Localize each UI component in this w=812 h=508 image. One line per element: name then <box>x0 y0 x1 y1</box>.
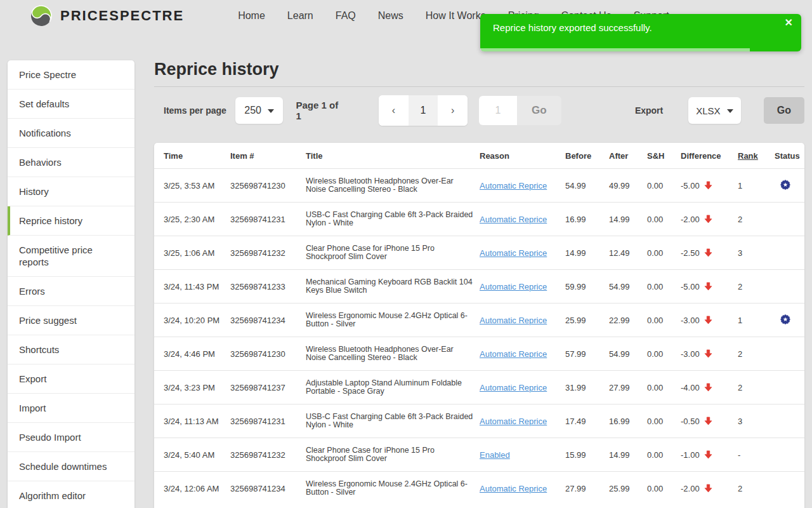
brand-logo[interactable]: PriceSpectre <box>30 5 184 27</box>
cell-before: 16.99 <box>565 215 609 224</box>
cell-time: 3/24, 11:13 AM <box>164 417 230 426</box>
sidebar-item-reprice-history[interactable]: Reprice history <box>8 206 134 236</box>
difference-value: -0.50 <box>681 417 700 426</box>
cell-shipping: 0.00 <box>647 484 681 493</box>
cell-difference: -5.00 <box>681 282 738 291</box>
table-row: 3/25, 3:53 AM325698741230Wireless Blueto… <box>154 168 804 202</box>
close-icon[interactable]: ✕ <box>785 17 793 29</box>
cell-after: 14.99 <box>609 450 647 460</box>
cell-difference: -3.00 <box>681 349 738 359</box>
cell-item-number: 325698741230 <box>230 181 306 190</box>
cell-item-number: 325698741234 <box>230 316 306 325</box>
cell-before: 15.99 <box>565 450 609 460</box>
sidebar-item-set-defaults[interactable]: Set defaults <box>8 90 134 119</box>
cell-difference: -5.00 <box>681 181 738 190</box>
reason-link[interactable]: Automatic Reprice <box>480 484 547 493</box>
main-content: Reprice history Items per page 250 Page … <box>154 60 804 508</box>
cell-shipping: 0.00 <box>647 450 681 460</box>
cell-title: Adjustable Laptop Stand Aluminum Foldabl… <box>306 379 480 396</box>
reason-link[interactable]: Automatic Reprice <box>480 248 547 258</box>
cell-rank: - <box>738 450 775 460</box>
reason-link[interactable]: Automatic Reprice <box>480 349 547 359</box>
toast-notification: Reprice history exported successfully. ✕ <box>480 14 801 51</box>
current-page-button[interactable]: 1 <box>409 95 438 126</box>
cell-after: 16.99 <box>609 417 647 426</box>
nav-link-home[interactable]: Home <box>238 10 265 22</box>
cell-item-number: 325698741230 <box>230 349 306 359</box>
next-page-button[interactable]: › <box>438 95 468 126</box>
cell-shipping: 0.00 <box>647 215 681 224</box>
column-header-rank[interactable]: Rank <box>738 151 775 161</box>
sidebar-item-schedule-downtimes[interactable]: Schedule downtimes <box>8 452 134 481</box>
cell-before: 14.99 <box>565 248 609 258</box>
cell-reason: Automatic Reprice <box>480 248 565 258</box>
sidebar-item-pseudo-import[interactable]: Pseudo Import <box>8 423 134 452</box>
winner-badge-icon <box>780 179 791 190</box>
reason-link[interactable]: Automatic Reprice <box>480 181 547 190</box>
cell-shipping: 0.00 <box>647 181 681 190</box>
cell-reason: Automatic Reprice <box>480 484 565 493</box>
export-go-button[interactable]: Go <box>764 97 804 124</box>
cell-rank: 3 <box>738 248 775 258</box>
cell-reason: Automatic Reprice <box>480 181 565 190</box>
nav-link-news[interactable]: News <box>378 10 403 22</box>
cell-item-number: 325698741234 <box>230 484 306 493</box>
cell-title: Clear Phone Case for iPhone 15 Pro Shock… <box>306 446 480 464</box>
difference-value: -3.00 <box>681 316 700 325</box>
cell-item-number: 325698741232 <box>230 450 306 460</box>
reason-link[interactable]: Automatic Reprice <box>480 383 547 392</box>
column-header-item: Item # <box>230 151 306 161</box>
table-row: 3/24, 4:46 PM325698741230Wireless Blueto… <box>154 337 804 370</box>
sidebar-item-errors[interactable]: Errors <box>8 277 134 306</box>
sidebar-item-price-suggest[interactable]: Price suggest <box>8 306 134 335</box>
sidebar-item-algorithm-editor[interactable]: Algorithm editor <box>8 481 134 508</box>
items-per-page-select[interactable]: 250 <box>235 97 284 124</box>
sidebar-item-competitive-price-reports[interactable]: Competitive price reports <box>8 236 134 277</box>
sidebar-item-price-spectre[interactable]: Price Spectre <box>8 60 134 90</box>
cell-status <box>775 314 804 327</box>
reason-link[interactable]: Automatic Reprice <box>480 417 547 426</box>
difference-value: -1.00 <box>681 450 700 460</box>
cell-after: 27.99 <box>609 383 647 392</box>
nav-link-faq[interactable]: FAQ <box>336 10 356 22</box>
cell-rank: 2 <box>738 383 775 392</box>
difference-value: -5.00 <box>681 181 700 190</box>
controls-row: Items per page 250 Page 1 of 1 ‹ 1 › Go … <box>154 95 804 126</box>
price-drop-arrow-icon <box>704 383 712 392</box>
cell-time: 3/24, 5:40 AM <box>164 450 230 460</box>
cell-before: 54.99 <box>565 181 609 190</box>
cell-time: 3/25, 2:30 AM <box>164 215 230 224</box>
cell-time: 3/25, 3:53 AM <box>164 181 230 190</box>
sidebar-item-export[interactable]: Export <box>8 364 134 394</box>
cell-after: 14.99 <box>609 215 647 224</box>
page-jump-go-button[interactable]: Go <box>517 96 561 125</box>
cell-shipping: 0.00 <box>647 417 681 426</box>
page-jump-input[interactable] <box>479 96 517 125</box>
cell-rank: 2 <box>738 215 775 224</box>
nav-link-learn[interactable]: Learn <box>287 10 313 22</box>
export-format-select[interactable]: XLSX <box>688 97 740 124</box>
price-drop-arrow-icon <box>704 215 712 224</box>
reason-link[interactable]: Enabled <box>480 450 510 460</box>
pagination: ‹ 1 › <box>379 95 468 126</box>
cell-time: 3/24, 10:20 PM <box>164 316 230 325</box>
sidebar-item-history[interactable]: History <box>8 177 134 206</box>
cell-title: Wireless Bluetooth Headphones Over-Ear N… <box>306 177 480 194</box>
cell-title: Wireless Ergonomic Mouse 2.4GHz Optical … <box>306 480 480 497</box>
column-header-status: Status <box>775 151 804 161</box>
price-drop-arrow-icon <box>704 282 712 291</box>
cell-after: 54.99 <box>609 349 647 359</box>
reason-link[interactable]: Automatic Reprice <box>480 215 547 224</box>
title-divider <box>154 86 804 87</box>
column-header-reason: Reason <box>480 151 565 161</box>
sidebar-item-shortcuts[interactable]: Shortcuts <box>8 335 134 364</box>
nav-link-how-it-works[interactable]: How It Works <box>426 10 486 22</box>
sidebar-item-behaviors[interactable]: Behaviors <box>8 148 134 177</box>
reason-link[interactable]: Automatic Reprice <box>480 316 547 325</box>
price-drop-arrow-icon <box>704 417 712 425</box>
reason-link[interactable]: Automatic Reprice <box>480 282 547 291</box>
sidebar-item-notifications[interactable]: Notifications <box>8 119 134 148</box>
cell-title: Wireless Ergonomic Mouse 2.4GHz Optical … <box>306 312 480 329</box>
previous-page-button[interactable]: ‹ <box>379 95 409 126</box>
sidebar-item-import[interactable]: Import <box>8 394 134 423</box>
